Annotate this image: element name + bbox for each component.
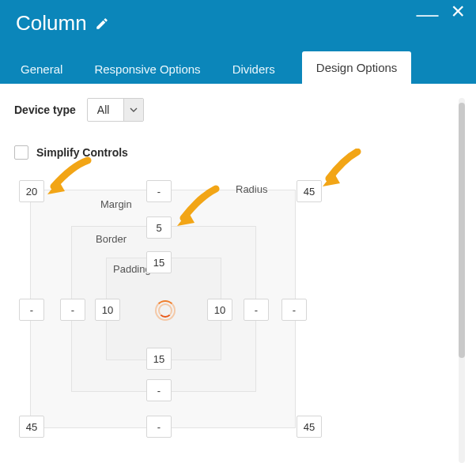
dialog-title: Column bbox=[16, 11, 87, 36]
column-settings-window: Column — × General Responsive Options Di… bbox=[0, 0, 476, 463]
tab-general[interactable]: General bbox=[16, 55, 67, 84]
radius-top-right-input[interactable]: 45 bbox=[297, 180, 322, 202]
simplify-controls-row: Simplify Controls bbox=[14, 145, 454, 160]
device-type-label: Device type bbox=[14, 104, 76, 116]
radius-top-left-input[interactable]: 20 bbox=[19, 180, 44, 202]
box-model-editor: Margin Border Padding Radius 20 45 45 45… bbox=[14, 180, 454, 449]
padding-top-input[interactable]: 15 bbox=[146, 251, 172, 273]
radius-bottom-right-input[interactable]: 45 bbox=[297, 416, 322, 438]
border-label: Border bbox=[96, 233, 127, 245]
content-area-icon bbox=[155, 300, 174, 319]
simplify-controls-label: Simplify Controls bbox=[36, 146, 128, 159]
padding-right-input[interactable]: 10 bbox=[207, 299, 232, 321]
padding-bottom-input[interactable]: 15 bbox=[146, 348, 172, 370]
device-type-value: All bbox=[88, 104, 124, 116]
border-bottom-input[interactable]: - bbox=[146, 379, 172, 401]
border-top-input[interactable]: 5 bbox=[146, 216, 172, 239]
radius-bottom-left-input[interactable]: 45 bbox=[19, 416, 44, 438]
border-right-input[interactable]: - bbox=[244, 299, 269, 321]
design-options-pane: Device type All Simplify Controls Margin bbox=[14, 98, 454, 463]
padding-left-input[interactable]: 10 bbox=[95, 299, 120, 321]
border-left-input[interactable]: - bbox=[60, 299, 85, 321]
dialog-body: Device type All Simplify Controls Margin bbox=[0, 84, 476, 463]
padding-label: Padding bbox=[113, 263, 151, 275]
edit-title-icon[interactable] bbox=[95, 17, 109, 31]
radius-label: Radius bbox=[236, 183, 267, 195]
tab-responsive[interactable]: Responsive Options bbox=[89, 55, 205, 84]
scrollbar-thumb[interactable] bbox=[459, 103, 465, 358]
margin-left-input[interactable]: - bbox=[19, 299, 44, 321]
dropdown-icon bbox=[123, 99, 143, 121]
tab-dividers[interactable]: Dividers bbox=[228, 55, 280, 84]
simplify-controls-checkbox[interactable] bbox=[14, 145, 28, 160]
margin-bottom-input[interactable]: - bbox=[146, 416, 172, 438]
tab-bar: General Responsive Options Dividers Desi… bbox=[16, 51, 411, 84]
vertical-scrollbar[interactable] bbox=[459, 98, 465, 463]
margin-right-input[interactable]: - bbox=[281, 299, 307, 321]
margin-top-input[interactable]: - bbox=[146, 180, 172, 202]
tab-design[interactable]: Design Options bbox=[302, 51, 412, 84]
device-type-select[interactable]: All bbox=[87, 98, 145, 122]
dialog-header: Column — × General Responsive Options Di… bbox=[0, 0, 476, 84]
device-type-row: Device type All bbox=[14, 98, 454, 122]
margin-label: Margin bbox=[100, 198, 132, 210]
